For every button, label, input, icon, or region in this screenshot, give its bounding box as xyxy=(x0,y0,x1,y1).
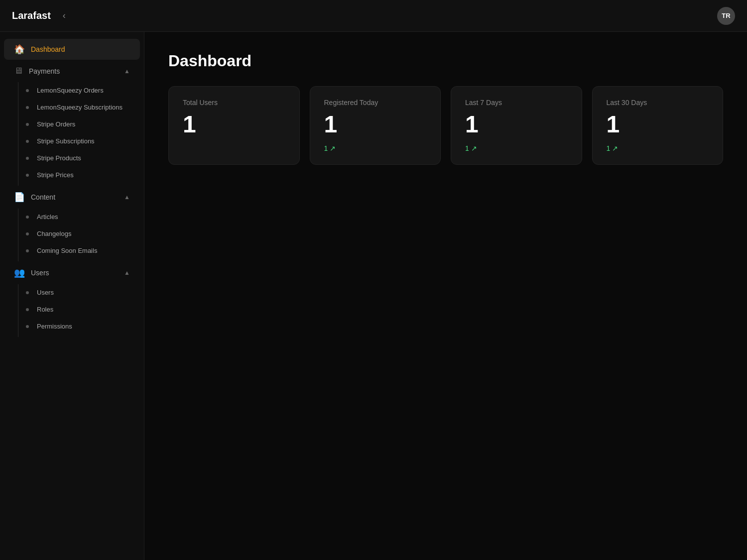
sidebar-label-dashboard: Dashboard xyxy=(31,45,65,53)
sidebar-item-stripe-products[interactable]: Stripe Products xyxy=(4,150,140,166)
topbar-left: Larafast ‹ xyxy=(12,8,70,23)
sidebar: 🏠 Dashboard 🖥 Payments ▲ LemonSqueezy Or… xyxy=(0,32,144,560)
sidebar-item-lemonsqueezy-subscriptions[interactable]: LemonSqueezy Subscriptions xyxy=(4,99,140,115)
sidebar-item-left: 📄 Content xyxy=(14,192,55,203)
back-button[interactable]: ‹ xyxy=(59,8,70,23)
subitem-label: Stripe Subscriptions xyxy=(37,137,95,145)
content-subitems: Articles Changelogs Coming Soon Emails xyxy=(0,209,144,261)
subitem-label: Coming Soon Emails xyxy=(37,247,97,254)
sidebar-label-payments: Payments xyxy=(29,67,60,75)
stat-label-total-users: Total Users xyxy=(183,99,285,107)
sidebar-item-roles[interactable]: Roles xyxy=(4,301,140,318)
stat-card-total-users: Total Users 1 xyxy=(168,86,300,165)
dot-icon xyxy=(26,291,29,294)
subitem-label: LemonSqueezy Subscriptions xyxy=(37,104,123,111)
dot-icon xyxy=(26,216,29,219)
stat-label-registered-today: Registered Today xyxy=(324,99,427,107)
sidebar-label-content: Content xyxy=(31,193,55,201)
subitem-label: Permissions xyxy=(37,323,72,330)
stat-label-last-7-days: Last 7 Days xyxy=(465,99,568,107)
trend-value: 1 xyxy=(465,144,469,152)
users-subitems: Users Roles Permissions xyxy=(0,284,144,337)
chevron-up-icon: ▲ xyxy=(124,68,130,75)
app-title: Larafast xyxy=(12,10,51,21)
dot-icon xyxy=(26,123,29,126)
stat-value-last-7-days: 1 xyxy=(465,112,568,136)
subitem-label: Stripe Products xyxy=(37,154,81,162)
dot-icon xyxy=(26,249,29,252)
dot-icon xyxy=(26,325,29,328)
dot-icon xyxy=(26,174,29,177)
stat-value-last-30-days: 1 xyxy=(607,112,709,136)
chevron-up-icon: ▲ xyxy=(124,269,130,276)
subitem-label: Stripe Prices xyxy=(37,171,74,179)
layout: 🏠 Dashboard 🖥 Payments ▲ LemonSqueezy Or… xyxy=(0,32,747,560)
trend-value: 1 xyxy=(607,144,611,152)
sidebar-label-users: Users xyxy=(31,269,49,277)
stat-label-last-30-days: Last 30 Days xyxy=(607,99,709,107)
dot-icon xyxy=(26,232,29,235)
stat-trend-last-7-days: 1 ↗ xyxy=(465,144,568,152)
dot-icon xyxy=(26,140,29,143)
sidebar-item-left: 🏠 Dashboard xyxy=(14,44,65,55)
sidebar-item-coming-soon-emails[interactable]: Coming Soon Emails xyxy=(4,242,140,259)
subitem-label: Roles xyxy=(37,306,53,313)
trend-arrow-icon: ↗ xyxy=(330,144,336,152)
dot-icon xyxy=(26,308,29,311)
chevron-up-icon: ▲ xyxy=(124,194,130,201)
dot-icon xyxy=(26,89,29,92)
trend-arrow-icon: ↗ xyxy=(612,144,618,152)
home-icon: 🏠 xyxy=(14,44,25,55)
dot-icon xyxy=(26,157,29,160)
dot-icon xyxy=(26,106,29,109)
stat-card-last-30-days: Last 30 Days 1 1 ↗ xyxy=(592,86,724,165)
sidebar-item-content[interactable]: 📄 Content ▲ xyxy=(4,187,140,208)
trend-arrow-icon: ↗ xyxy=(471,144,477,152)
sidebar-item-payments[interactable]: 🖥 Payments ▲ xyxy=(4,61,140,81)
page-title: Dashboard xyxy=(168,52,723,70)
payments-icon: 🖥 xyxy=(14,66,23,76)
sidebar-item-lemonsqueezy-orders[interactable]: LemonSqueezy Orders xyxy=(4,82,140,99)
stat-card-last-7-days: Last 7 Days 1 1 ↗ xyxy=(451,86,582,165)
subitem-label: Changelogs xyxy=(37,230,71,237)
stat-card-registered-today: Registered Today 1 1 ↗ xyxy=(310,86,441,165)
stat-value-registered-today: 1 xyxy=(324,112,427,136)
users-icon: 👥 xyxy=(14,267,25,278)
sidebar-item-users-list[interactable]: Users xyxy=(4,284,140,301)
main-content: Dashboard Total Users 1 Registered Today… xyxy=(144,32,747,560)
sidebar-item-permissions[interactable]: Permissions xyxy=(4,318,140,335)
payments-subitems: LemonSqueezy Orders LemonSqueezy Subscri… xyxy=(0,82,144,186)
subitem-label: Users xyxy=(37,289,54,296)
subitem-label: Stripe Orders xyxy=(37,120,75,128)
trend-value: 1 xyxy=(324,144,328,152)
sidebar-item-stripe-orders[interactable]: Stripe Orders xyxy=(4,116,140,132)
stat-trend-registered-today: 1 ↗ xyxy=(324,144,427,152)
sidebar-item-users[interactable]: 👥 Users ▲ xyxy=(4,262,140,283)
content-icon: 📄 xyxy=(14,192,25,203)
sidebar-item-left: 🖥 Payments xyxy=(14,66,60,76)
stat-value-total-users: 1 xyxy=(183,112,285,136)
stats-grid: Total Users 1 Registered Today 1 1 ↗ Las… xyxy=(168,86,723,165)
sidebar-item-stripe-subscriptions[interactable]: Stripe Subscriptions xyxy=(4,133,140,149)
sidebar-item-articles[interactable]: Articles xyxy=(4,209,140,225)
sidebar-item-left: 👥 Users xyxy=(14,267,49,278)
avatar: TR xyxy=(717,7,735,25)
stat-trend-last-30-days: 1 ↗ xyxy=(607,144,709,152)
subitem-label: Articles xyxy=(37,213,58,221)
sidebar-item-changelogs[interactable]: Changelogs xyxy=(4,225,140,242)
subitem-label: LemonSqueezy Orders xyxy=(37,87,104,94)
sidebar-item-stripe-prices[interactable]: Stripe Prices xyxy=(4,167,140,183)
topbar: Larafast ‹ TR xyxy=(0,0,747,32)
sidebar-item-dashboard[interactable]: 🏠 Dashboard xyxy=(4,39,140,60)
